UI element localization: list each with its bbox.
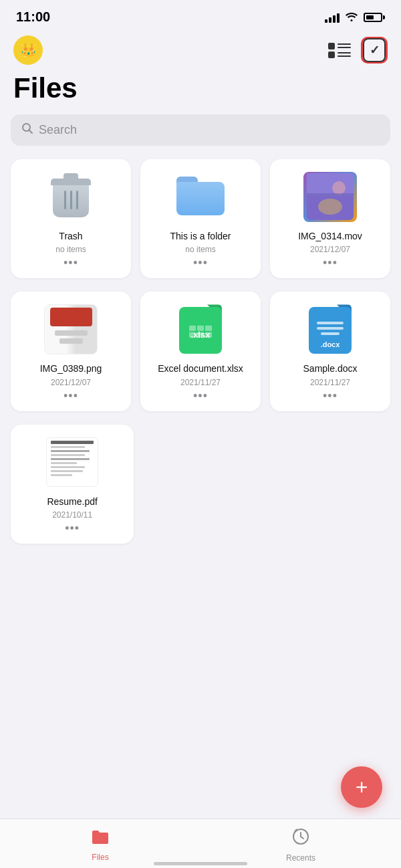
file-card-mov[interactable]: IMG_0314.mov 2021/12/07 •••	[270, 159, 390, 278]
search-bar[interactable]: Search	[11, 114, 390, 146]
file-meta-trash: no items	[55, 245, 86, 254]
page-title-area: Files	[0, 70, 401, 114]
file-meta-pdf: 2021/10/11	[52, 510, 92, 520]
svg-point-5	[332, 181, 346, 195]
file-more-pdf[interactable]: •••	[65, 522, 80, 534]
home-indicator	[154, 862, 247, 865]
file-more-png[interactable]: •••	[63, 390, 78, 402]
recents-nav-icon	[291, 827, 310, 851]
folder-icon	[176, 177, 225, 217]
svg-point-4	[318, 199, 342, 215]
nav-item-files[interactable]: Files	[74, 828, 127, 862]
list-view-button[interactable]	[326, 37, 353, 64]
check-view-button[interactable]	[361, 37, 388, 64]
file-meta-mov: 2021/12/07	[310, 245, 350, 254]
mov-icon-area	[300, 170, 360, 223]
wifi-icon	[345, 11, 358, 24]
png-thumbnail	[44, 304, 98, 354]
files-grid-row2: IMG_0389.png 2021/12/07 ••• .xlsx	[0, 292, 401, 424]
pdf-thumbnail	[46, 437, 98, 487]
file-meta-png: 2021/12/07	[51, 378, 91, 387]
status-icons	[325, 11, 385, 24]
file-name-pdf: Resume.pdf	[47, 496, 97, 508]
files-grid-row3: Resume.pdf 2021/10/11 •••	[0, 425, 401, 557]
png-icon-area	[41, 302, 101, 356]
file-meta-folder: no items	[185, 245, 215, 254]
xlsx-icon-area: .xlsx	[170, 302, 231, 356]
file-more-trash[interactable]: •••	[63, 257, 78, 269]
add-button[interactable]: +	[341, 766, 382, 808]
list-view-icon	[328, 43, 351, 58]
svg-rect-3	[307, 173, 354, 197]
file-card-folder[interactable]: This is a folder no items •••	[140, 159, 261, 278]
file-card-xlsx[interactable]: .xlsx Excel document.xlsx 2021/11/27 •••	[140, 292, 261, 411]
mov-thumbnail	[303, 172, 357, 222]
file-card-trash[interactable]: Trash no items •••	[11, 159, 131, 278]
svg-line-1	[29, 130, 33, 134]
status-bar: 11:00	[0, 0, 401, 30]
file-more-folder[interactable]: •••	[193, 257, 208, 269]
search-placeholder: Search	[39, 123, 77, 137]
nav-label-files: Files	[92, 853, 108, 862]
file-more-xlsx[interactable]: •••	[193, 390, 208, 402]
search-icon	[21, 122, 33, 138]
nav-label-recents: Recents	[286, 853, 315, 863]
add-icon: +	[356, 776, 368, 798]
file-name-folder: This is a folder	[170, 230, 231, 242]
file-more-mov[interactable]: •••	[323, 257, 338, 269]
docx-icon: .docx	[307, 304, 353, 354]
header-actions	[326, 37, 388, 64]
file-card-png[interactable]: IMG_0389.png 2021/12/07 •••	[11, 292, 131, 411]
files-nav-icon	[91, 828, 110, 850]
file-name-trash: Trash	[59, 230, 82, 242]
file-name-png: IMG_0389.png	[40, 362, 102, 374]
avatar[interactable]: 👑	[13, 35, 43, 65]
file-meta-docx: 2021/11/27	[310, 378, 350, 387]
file-meta-xlsx: 2021/11/27	[180, 378, 221, 387]
header-nav: 👑	[0, 30, 401, 70]
trash-icon-area	[41, 170, 101, 223]
nav-item-recents[interactable]: Recents	[274, 827, 327, 863]
page-title: Files	[13, 73, 388, 104]
file-name-docx: Sample.docx	[303, 362, 358, 374]
svg-rect-6	[307, 193, 354, 197]
file-name-mov: IMG_0314.mov	[298, 230, 362, 242]
file-name-xlsx: Excel document.xlsx	[158, 362, 243, 374]
file-card-pdf[interactable]: Resume.pdf 2021/10/11 •••	[11, 425, 134, 544]
status-time: 11:00	[16, 9, 50, 25]
file-card-docx[interactable]: .docx Sample.docx 2021/11/27 •••	[270, 292, 390, 411]
folder-icon-area	[170, 170, 231, 223]
check-view-icon	[363, 38, 386, 62]
pdf-icon-area	[42, 435, 102, 489]
signal-icon	[325, 12, 340, 23]
file-more-docx[interactable]: •••	[323, 390, 338, 402]
docx-icon-area: .docx	[300, 302, 360, 356]
battery-icon	[364, 13, 385, 22]
bottom-nav: Files Recents	[0, 819, 401, 868]
trash-icon	[51, 173, 91, 220]
files-grid-row1: Trash no items ••• This is a folder no i…	[0, 159, 401, 292]
xlsx-icon: .xlsx	[178, 304, 223, 354]
